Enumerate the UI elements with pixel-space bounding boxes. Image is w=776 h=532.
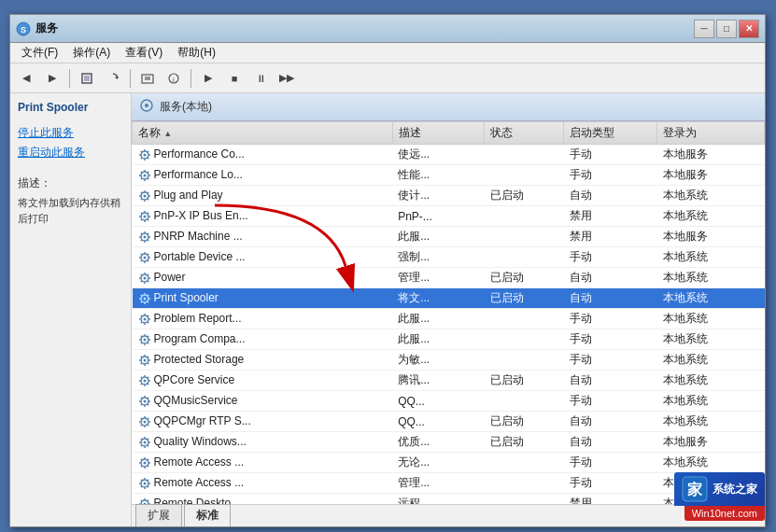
menu-view[interactable]: 查看(V) (118, 43, 170, 63)
minimize-button[interactable]: ─ (694, 20, 714, 38)
menu-help[interactable]: 帮助(H) (170, 43, 223, 63)
svg-point-23 (143, 174, 146, 176)
svg-point-93 (143, 317, 146, 320)
table-row[interactable]: Protected Storage为敏...手动本地系统 (133, 350, 765, 371)
table-row[interactable]: Performance Co...使远...手动本地服务 (133, 145, 765, 165)
service-name: Program Compa... (154, 332, 246, 345)
service-gear-icon (138, 148, 151, 161)
service-login: 本地服务 (657, 165, 765, 186)
service-gear-icon (138, 456, 151, 469)
properties-button[interactable]: i (162, 67, 186, 90)
right-panel: 服务(本地) 名称 ▲ 描述 (132, 93, 765, 526)
table-row[interactable]: Remote Access ...无论...手动本地系统 (133, 453, 765, 473)
service-gear-icon (138, 477, 151, 490)
col-header-login[interactable]: 登录为 (657, 122, 765, 145)
service-name: Plug and Play (154, 189, 223, 202)
tab-standard[interactable]: 标准 (184, 504, 231, 526)
svg-line-145 (148, 425, 148, 426)
svg-text:i: i (173, 76, 175, 84)
service-status (485, 227, 564, 247)
service-startup: 手动 (564, 329, 657, 350)
svg-line-157 (140, 445, 141, 446)
back-button[interactable]: ◀ (14, 67, 38, 90)
export-button[interactable] (135, 67, 160, 90)
table-row[interactable]: QQPCMgr RTP S...QQ...已启动自动本地系统 (133, 412, 765, 432)
table-row[interactable]: Remote Access ...管理...手动本地系统 (133, 473, 765, 494)
play-button[interactable]: ▶ (196, 67, 220, 90)
service-status: 已启动 (485, 412, 564, 432)
service-status (485, 329, 564, 350)
table-row[interactable]: QPCore Service腾讯...已启动自动本地系统 (133, 371, 765, 391)
svg-line-155 (148, 445, 148, 446)
table-row[interactable]: Plug and Play使计...已启动自动本地系统 (133, 186, 765, 206)
menu-action[interactable]: 操作(A) (65, 43, 118, 63)
selected-service-name: Print Spooler (18, 101, 88, 114)
svg-rect-3 (84, 76, 90, 81)
service-desc: 此服... (392, 309, 484, 329)
table-row[interactable]: Power管理...已启动自动本地系统 (133, 268, 765, 288)
col-header-status[interactable]: 状态 (485, 122, 564, 145)
table-row[interactable]: PnP-X IP Bus En...PnP-...禁用本地系统 (133, 206, 765, 227)
toolbar: ◀ ▶ (10, 63, 765, 93)
services-table: 名称 ▲ 描述 状态 启动类型 (132, 121, 765, 504)
svg-line-47 (140, 219, 141, 220)
service-login: 本地系统 (657, 371, 765, 391)
up-button[interactable] (75, 67, 99, 90)
svg-line-109 (140, 336, 141, 337)
svg-line-65 (148, 260, 148, 261)
table-row[interactable]: Program Compa...此服...手动本地系统 (133, 329, 765, 350)
services-table-container[interactable]: 名称 ▲ 描述 状态 启动类型 (132, 121, 765, 504)
tab-extend[interactable]: 扩展 (135, 504, 182, 526)
svg-line-111 (148, 336, 148, 337)
services-rows: Performance Co...使远...手动本地服务 Performance… (133, 145, 765, 505)
col-header-startup[interactable]: 启动类型 (564, 122, 657, 145)
refresh-button[interactable] (101, 67, 125, 90)
service-status (485, 391, 564, 412)
pause-button[interactable]: ⏸ (248, 67, 273, 90)
svg-line-87 (140, 301, 141, 302)
svg-line-167 (140, 466, 141, 467)
forward-button[interactable]: ▶ (40, 67, 64, 90)
table-row[interactable]: Portable Device ...强制...手动本地系统 (133, 247, 765, 268)
service-status (485, 473, 564, 494)
stop-button[interactable]: ■ (222, 67, 247, 90)
svg-line-29 (140, 172, 141, 173)
service-description: 将文件加载到内存供稍后打印 (18, 195, 123, 226)
svg-line-179 (140, 480, 141, 481)
maximize-button[interactable]: □ (716, 20, 737, 38)
service-desc: 优质... (392, 432, 484, 453)
close-button[interactable]: ✕ (739, 20, 759, 38)
table-row[interactable]: Quality Windows...优质...已启动自动本地服务 (133, 432, 765, 453)
svg-line-55 (148, 240, 148, 241)
table-row[interactable]: Problem Report...此服...手动本地系统 (133, 309, 765, 329)
table-row[interactable]: Print Spooler将文...已启动自动本地系统 (133, 288, 765, 309)
service-status: 已启动 (485, 268, 564, 288)
sort-arrow-icon: ▲ (163, 129, 172, 138)
service-gear-icon (138, 231, 151, 244)
svg-line-105 (148, 343, 148, 343)
svg-line-77 (140, 281, 141, 282)
table-row[interactable]: Remote Deskto...远程...禁用本地系统 (133, 494, 765, 505)
stop-service-link[interactable]: 停止此服务 (18, 125, 74, 141)
restart-service-link[interactable]: 重启动此服务 (18, 145, 85, 161)
restart-button[interactable]: ▶▶ (275, 67, 299, 90)
svg-point-113 (143, 358, 146, 361)
table-row[interactable]: Performance Lo...性能...手动本地服务 (133, 165, 765, 186)
window-title: 服务 (35, 21, 694, 36)
menu-file[interactable]: 文件(F) (14, 43, 65, 63)
svg-line-121 (148, 357, 148, 357)
svg-line-191 (148, 500, 148, 501)
table-row[interactable]: QQMusicServiceQQ...手动本地系统 (133, 391, 765, 412)
service-login: 本地系统 (657, 247, 765, 268)
titlebar: S 服务 ─ □ ✕ (10, 15, 765, 43)
main-area: Print Spooler 停止此服务 重启动此服务 描述： 将文件加载到内存供… (10, 93, 765, 526)
service-startup: 自动 (564, 186, 657, 206)
service-name: Portable Device ... (154, 250, 246, 263)
col-header-desc[interactable]: 描述 (392, 122, 484, 145)
svg-line-45 (148, 219, 148, 220)
table-row[interactable]: PNRP Machine ...此服...禁用本地服务 (133, 227, 765, 247)
col-header-name[interactable]: 名称 ▲ (133, 122, 393, 145)
bottom-tabs: 扩展 标准 (132, 504, 765, 526)
watermark-line1: 系统之家 (713, 482, 757, 497)
svg-point-83 (143, 297, 146, 300)
